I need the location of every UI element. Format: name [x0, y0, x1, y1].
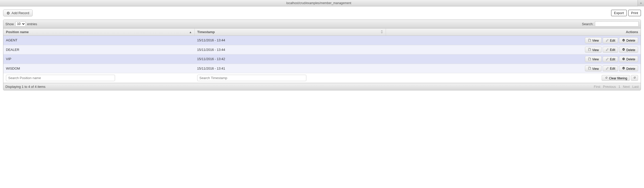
clear-filtering-label: Clear filtering [609, 76, 627, 80]
data-table: Position name ▲ Timestamp Actions AGENT1… [3, 28, 641, 83]
browser-url: localhost/crud/examples/member_managemen… [0, 1, 638, 5]
column-header-position[interactable]: Position name ▲ [3, 29, 195, 36]
column-filter-row: Clear filtering [3, 73, 641, 83]
add-record-button[interactable]: Add Record [3, 10, 33, 16]
cell-position: WISDOM [3, 64, 195, 73]
plus-circle-icon [6, 11, 10, 15]
delete-label: Delete [626, 58, 635, 61]
search-input[interactable] [595, 21, 639, 26]
global-search: Search: [582, 21, 639, 26]
table-row: DEALER15/11/2016 - 13:44 View Edit Delet… [3, 45, 641, 54]
cell-timestamp: 15/11/2016 - 13:41 [195, 64, 386, 73]
minus-circle-icon [622, 38, 626, 42]
cell-position: VIP [3, 54, 195, 64]
clear-filtering-button[interactable]: Clear filtering [602, 75, 630, 81]
edit-label: Edit [610, 67, 615, 70]
view-label: View [592, 39, 599, 42]
delete-button[interactable]: Delete [619, 65, 638, 72]
svg-rect-8 [623, 49, 624, 50]
pencil-icon [605, 57, 609, 61]
edit-button[interactable]: Edit [603, 56, 618, 62]
pagination: First Previous 1 Next Last [594, 85, 639, 89]
pencil-icon [605, 39, 609, 42]
export-button[interactable]: Export [611, 10, 627, 16]
view-button[interactable]: View [585, 56, 602, 62]
cell-actions: View Edit Delete [386, 54, 641, 64]
view-button[interactable]: View [585, 37, 602, 43]
page-prev[interactable]: Previous [603, 85, 616, 89]
column-header-timestamp-label: Timestamp [197, 30, 215, 34]
edit-button[interactable]: Edit [603, 37, 618, 43]
datatable-controls-bar: Show 10 entries Search: [3, 20, 641, 28]
new-tab-button[interactable]: + [638, 0, 644, 6]
print-button[interactable]: Print [628, 10, 641, 16]
cell-timestamp: 15/11/2016 - 13:44 [195, 36, 386, 45]
page-first[interactable]: First [594, 85, 600, 89]
page-last[interactable]: Last [632, 85, 639, 89]
cell-actions: View Edit Delete [386, 64, 641, 73]
view-button[interactable]: View [585, 47, 602, 53]
refresh-button[interactable] [631, 75, 638, 81]
pencil-icon [605, 48, 609, 51]
delete-button[interactable]: Delete [619, 37, 638, 43]
delete-label: Delete [626, 39, 635, 42]
edit-label: Edit [610, 39, 615, 42]
delete-label: Delete [626, 48, 635, 52]
filter-position-input[interactable] [6, 75, 115, 81]
cell-position: AGENT [3, 36, 195, 45]
page-next[interactable]: Next [623, 85, 630, 89]
column-header-position-label: Position name [6, 30, 29, 34]
length-select[interactable]: 10 [15, 21, 26, 26]
column-header-actions-label: Actions [626, 30, 638, 34]
sort-asc-icon: ▲ [189, 31, 192, 34]
table-row: VIP15/11/2016 - 13:42 View Edit Delete [3, 54, 641, 64]
file-icon [588, 48, 591, 51]
file-icon [588, 38, 591, 42]
print-label: Print [631, 11, 638, 15]
cell-actions: View Edit Delete [386, 36, 641, 45]
svg-rect-6 [623, 40, 624, 40]
search-label: Search: [582, 22, 593, 26]
export-label: Export [614, 11, 624, 15]
minus-circle-icon [622, 67, 626, 70]
delete-button[interactable]: Delete [619, 56, 638, 62]
view-label: View [592, 58, 599, 61]
page-current[interactable]: 1 [618, 85, 620, 89]
add-record-label: Add Record [12, 11, 29, 15]
edit-label: Edit [610, 58, 615, 61]
table-row: AGENT15/11/2016 - 13:44 View Edit Delete [3, 36, 641, 45]
svg-marker-3 [381, 30, 383, 31]
file-icon [588, 57, 591, 61]
cell-position: DEALER [3, 45, 195, 54]
filter-timestamp-input[interactable] [197, 75, 306, 81]
column-header-actions: Actions [386, 29, 641, 36]
pencil-icon [605, 67, 609, 70]
refresh-icon [633, 76, 636, 80]
datatable-footer: Displaying 1 to 4 of 4 items First Previ… [3, 83, 641, 90]
length-control: Show 10 entries [5, 21, 37, 26]
edit-label: Edit [610, 48, 615, 52]
cell-actions: View Edit Delete [386, 45, 641, 54]
reload-icon [604, 76, 608, 80]
show-prefix-label: Show [5, 22, 14, 26]
view-label: View [592, 67, 599, 70]
svg-rect-2 [7, 13, 9, 13]
browser-tabbar: localhost/crud/examples/member_managemen… [0, 0, 644, 6]
view-label: View [592, 48, 599, 52]
minus-circle-icon [622, 57, 626, 61]
svg-rect-10 [623, 59, 624, 59]
page-toolbar: Add Record Export Print [3, 10, 641, 16]
datatable: Show 10 entries Search: Position name ▲ [3, 20, 641, 90]
svg-rect-12 [623, 68, 624, 69]
cell-timestamp: 15/11/2016 - 13:42 [195, 54, 386, 64]
column-header-timestamp[interactable]: Timestamp [195, 29, 386, 36]
show-suffix-label: entries [27, 22, 37, 26]
delete-button[interactable]: Delete [619, 47, 638, 53]
edit-button[interactable]: Edit [603, 47, 618, 53]
delete-label: Delete [626, 67, 635, 70]
view-button[interactable]: View [585, 65, 602, 72]
cell-timestamp: 15/11/2016 - 13:44 [195, 45, 386, 54]
file-icon [588, 67, 591, 70]
edit-button[interactable]: Edit [603, 65, 618, 71]
minus-circle-icon [622, 48, 626, 51]
